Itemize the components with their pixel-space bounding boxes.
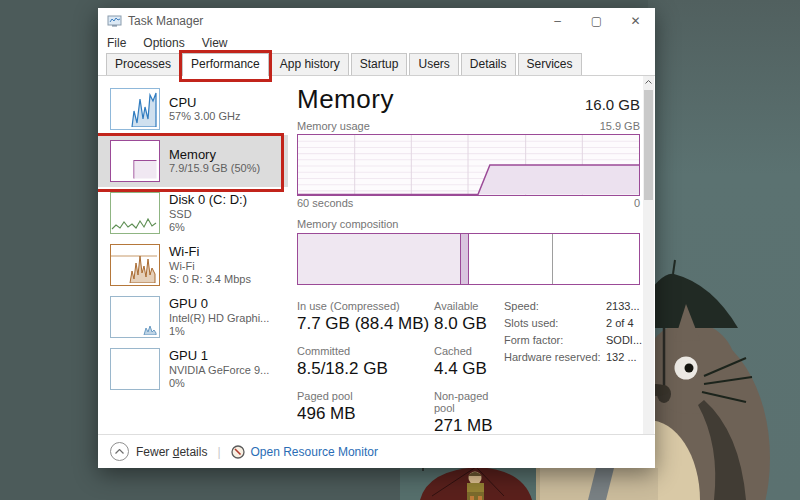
sidebar-wifi-stats: S: 0 R: 3.4 Mbps <box>169 273 251 286</box>
tab-app-history[interactable]: App history <box>271 53 349 75</box>
memory-usage-chart <box>297 134 640 196</box>
memory-mini-chart <box>110 140 160 182</box>
memory-composition-bar <box>297 233 640 285</box>
task-manager-window: Task Manager – ▢ ✕ File Options View Pro… <box>98 8 655 468</box>
wallpaper-bottom-strip <box>400 466 660 500</box>
wifi-mini-chart <box>110 244 160 286</box>
stat-cached-value: 4.4 GB <box>434 359 509 379</box>
detail-slots-label: Slots used: <box>504 317 606 329</box>
task-manager-app-icon <box>107 15 122 28</box>
sidebar-gpu1-name: NVIDIA GeForce 9... <box>169 364 269 377</box>
detail-speed-label: Speed: <box>504 300 606 312</box>
performance-content: CPU 57% 3.00 GHz Memory 7.9/15.9 GB (50%… <box>98 75 655 435</box>
menu-bar: File Options View <box>98 34 655 52</box>
gpu1-mini-chart <box>110 348 160 390</box>
scrollbar-thumb[interactable] <box>644 90 653 200</box>
stat-non-paged-pool-value: 271 MB <box>434 416 509 435</box>
sidebar-item-disk[interactable]: Disk 0 (C: D:) SSD 6% <box>98 187 288 239</box>
sidebar-memory-title: Memory <box>169 147 260 163</box>
memory-usage-max: 15.9 GB <box>600 120 640 132</box>
stat-available-label: Available <box>434 300 509 312</box>
stat-committed-value: 8.5/18.2 GB <box>297 359 434 379</box>
performance-sidebar: CPU 57% 3.00 GHz Memory 7.9/15.9 GB (50%… <box>98 83 288 435</box>
sidebar-gpu1-stats: 0% <box>169 377 269 390</box>
tab-performance[interactable]: Performance <box>182 53 269 76</box>
tab-processes[interactable]: Processes <box>106 53 180 75</box>
stat-committed-label: Committed <box>297 345 434 357</box>
sidebar-gpu1-title: GPU 1 <box>169 348 269 364</box>
sidebar-item-wifi[interactable]: Wi-Fi Wi-Fi S: 0 R: 3.4 Mbps <box>98 239 288 291</box>
memory-stats: In use (Compressed) 7.7 GB (88.4 MB) Ava… <box>297 300 640 435</box>
axis-label-left: 60 seconds <box>297 197 353 209</box>
sidebar-wifi-title: Wi-Fi <box>169 244 251 260</box>
sidebar-gpu0-stats: 1% <box>169 325 269 338</box>
tab-users[interactable]: Users <box>409 53 458 75</box>
tab-details[interactable]: Details <box>461 53 516 75</box>
stat-in-use-label: In use (Compressed) <box>297 300 434 312</box>
sidebar-item-cpu[interactable]: CPU 57% 3.00 GHz <box>98 83 288 135</box>
sidebar-item-gpu0[interactable]: GPU 0 Intel(R) HD Graphi... 1% <box>98 291 288 343</box>
menu-view[interactable]: View <box>202 36 228 50</box>
window-title: Task Manager <box>128 14 538 28</box>
stat-available-value: 8.0 GB <box>434 314 509 334</box>
vertical-scrollbar[interactable] <box>643 76 654 434</box>
sidebar-memory-stats: 7.9/15.9 GB (50%) <box>169 162 260 175</box>
scrollbar-up-arrow-icon[interactable] <box>643 76 654 88</box>
memory-composition-label: Memory composition <box>297 218 640 230</box>
tab-bar: Processes Performance App history Startu… <box>98 52 655 76</box>
sidebar-gpu0-title: GPU 0 <box>169 296 269 312</box>
open-resource-monitor-link[interactable]: Open Resource Monitor <box>251 445 378 459</box>
memory-detail-panel: Memory 16.0 GB Memory usage 15.9 GB <box>297 83 640 435</box>
gpu0-mini-chart <box>110 296 160 338</box>
stat-paged-pool-label: Paged pool <box>297 390 434 402</box>
fewer-details-button[interactable]: Fewer details <box>136 445 207 459</box>
chevron-up-circle-icon <box>110 442 129 461</box>
stat-paged-pool-value: 496 MB <box>297 404 434 424</box>
disk-mini-chart <box>110 192 160 234</box>
composition-segment-free <box>553 234 639 284</box>
cpu-mini-chart <box>110 88 160 130</box>
stat-in-use-value: 7.7 GB (88.4 MB) <box>297 314 434 334</box>
sidebar-disk-stats: 6% <box>169 221 247 234</box>
menu-file[interactable]: File <box>107 36 126 50</box>
title-bar: Task Manager – ▢ ✕ <box>98 8 655 34</box>
footer-bar: Fewer details | Open Resource Monitor <box>98 434 655 468</box>
footer-divider: | <box>217 445 220 459</box>
stat-cached-label: Cached <box>434 345 509 357</box>
close-button[interactable]: ✕ <box>616 8 655 34</box>
menu-options[interactable]: Options <box>143 36 184 50</box>
hardware-details: Speed: 2133... Slots used: 2 of 4 Form f… <box>504 300 652 435</box>
composition-segment-in-use <box>298 234 461 284</box>
sidebar-item-gpu1[interactable]: GPU 1 NVIDIA GeForce 9... 0% <box>98 343 288 395</box>
sidebar-cpu-stats: 57% 3.00 GHz <box>169 110 241 123</box>
sidebar-item-memory[interactable]: Memory 7.9/15.9 GB (50%) <box>98 135 288 187</box>
detail-form-factor-label: Form factor: <box>504 334 606 346</box>
composition-segment-standby <box>469 234 554 284</box>
wallpaper-teal-panel <box>648 0 800 500</box>
detail-hw-reserved-label: Hardware reserved: <box>504 351 606 363</box>
panel-title: Memory <box>297 84 394 115</box>
tab-services[interactable]: Services <box>518 53 582 75</box>
sidebar-gpu0-name: Intel(R) HD Graphi... <box>169 312 269 325</box>
stat-non-paged-pool-label: Non-paged pool <box>434 390 509 414</box>
axis-label-right: 0 <box>634 197 640 209</box>
sidebar-cpu-title: CPU <box>169 95 241 111</box>
total-memory-value: 16.0 GB <box>585 96 640 115</box>
tab-startup[interactable]: Startup <box>351 53 408 75</box>
minimize-button[interactable]: – <box>538 8 577 34</box>
sidebar-wifi-name: Wi-Fi <box>169 260 251 273</box>
sidebar-disk-type: SSD <box>169 208 247 221</box>
maximize-button[interactable]: ▢ <box>577 8 616 34</box>
memory-usage-label: Memory usage <box>297 120 370 132</box>
composition-segment-modified <box>461 234 469 284</box>
sidebar-disk-title: Disk 0 (C: D:) <box>169 192 247 208</box>
resource-monitor-icon <box>231 445 245 459</box>
